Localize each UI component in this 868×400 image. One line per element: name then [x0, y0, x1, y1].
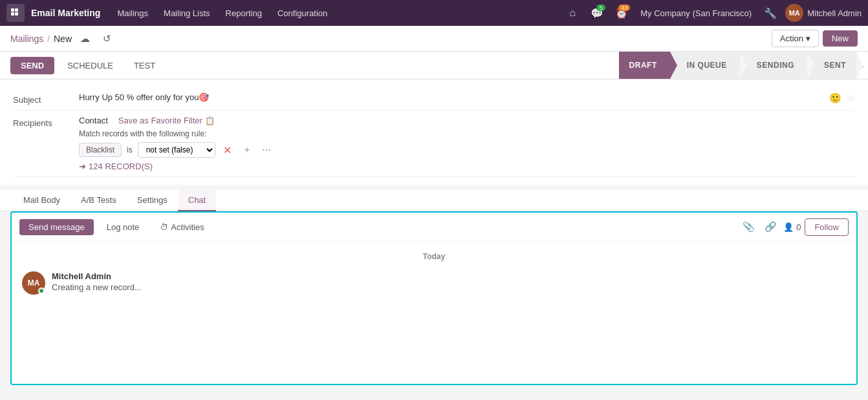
- link-icon[interactable]: 🔗: [761, 218, 779, 236]
- save-cloud-icon[interactable]: ☁: [76, 30, 94, 48]
- home-icon[interactable]: ⌂: [563, 3, 582, 23]
- nav-mailing-lists[interactable]: Mailing Lists: [157, 6, 217, 21]
- records-link[interactable]: ➜ 124 RECORD(S): [79, 162, 855, 171]
- nav-reporting[interactable]: Reporting: [219, 6, 268, 21]
- chat-badge: 5: [596, 5, 605, 11]
- online-status-dot: [38, 288, 45, 294]
- breadcrumb-bar: Mailings / New ☁ ↺ Action ▾ New: [0, 26, 868, 52]
- date-divider: Today: [22, 252, 846, 261]
- send-button[interactable]: SEND: [10, 57, 54, 74]
- tab-ab-tests[interactable]: A/B Tests: [71, 190, 127, 211]
- pipeline-step-sent[interactable]: SENT: [807, 52, 856, 79]
- attach-icon[interactable]: 📎: [739, 218, 757, 236]
- save-filter-button[interactable]: Save as Favorite Filter 📋: [118, 116, 215, 125]
- new-button[interactable]: New: [823, 30, 858, 47]
- tabs-row: Mail Body A/B Tests Settings Chat: [0, 190, 868, 211]
- user-avatar: MA: [785, 4, 803, 22]
- message-text: Creating a new record...: [52, 282, 846, 292]
- action-chevron-icon: ▾: [806, 34, 810, 43]
- pipeline-step-draft[interactable]: DRAFT: [619, 52, 670, 79]
- svg-rect-0: [11, 8, 14, 12]
- log-note-button[interactable]: Log note: [99, 219, 147, 235]
- follow-button[interactable]: Follow: [805, 218, 849, 236]
- emoji-icon[interactable]: 🙂: [829, 92, 841, 104]
- pipeline: DRAFT IN QUEUE SENDING SENT ›: [619, 52, 868, 79]
- chat-toolbar-icons: 📎 🔗 👤 0 Follow: [739, 218, 849, 236]
- pipeline-step-inqueue[interactable]: IN QUEUE: [670, 52, 740, 79]
- user-name: Mitchell Admin: [807, 8, 862, 18]
- records-count: 124 RECORD(S): [89, 162, 153, 171]
- pipeline-step-sending[interactable]: SENDING: [740, 52, 807, 79]
- svg-rect-3: [15, 12, 18, 16]
- settings-icon[interactable]: 🔧: [761, 3, 780, 23]
- subject-row: Subject Hurry Up 50 % offer only for you…: [13, 87, 855, 111]
- action-bar: SEND SCHEDULE TEST: [0, 52, 173, 79]
- message-content: Mitchell Admin Creating a new record...: [52, 271, 846, 295]
- breadcrumb-current: New: [54, 34, 72, 44]
- app-menu-icon[interactable]: [6, 4, 25, 22]
- schedule-button[interactable]: SCHEDULE: [60, 57, 121, 74]
- filter-more-icon[interactable]: ⋯: [259, 143, 274, 157]
- subject-value: Hurry Up 50 % offer only for you🎯: [79, 92, 209, 102]
- followers-count: 0: [796, 222, 801, 232]
- company-name: My Company (San Francisco): [640, 8, 752, 18]
- filter-field[interactable]: Blacklist: [79, 143, 122, 157]
- test-button[interactable]: TEST: [126, 57, 163, 74]
- filter-add-icon[interactable]: ＋: [240, 143, 254, 157]
- followers-button[interactable]: 👤 0: [783, 222, 801, 232]
- subject-label: Subject: [13, 92, 71, 105]
- send-message-button[interactable]: Send message: [19, 219, 94, 235]
- star-icon[interactable]: ☆: [847, 92, 855, 104]
- filter-operator: is: [127, 145, 133, 154]
- match-rule-text: Match records with the following rule:: [79, 129, 855, 138]
- filter-icon: 📋: [205, 116, 215, 125]
- clock-icon[interactable]: ⏰ 43: [612, 3, 631, 23]
- message-item: MA Mitchell Admin Creating a new record.…: [22, 271, 846, 295]
- svg-rect-1: [15, 8, 18, 12]
- breadcrumb-parent[interactable]: Mailings: [10, 34, 43, 44]
- svg-rect-2: [11, 12, 14, 16]
- chat-section: Send message Log note ⏱ Activities 📎 🔗 👤…: [10, 211, 858, 385]
- activities-button[interactable]: ⏱ Activities: [152, 219, 212, 235]
- filter-value-select[interactable]: not set (false): [138, 142, 215, 158]
- breadcrumb-separator: /: [47, 34, 50, 43]
- user-menu[interactable]: MA Mitchell Admin: [785, 4, 862, 22]
- filter-row: Blacklist is not set (false) ✕ ＋ ⋯: [79, 142, 855, 158]
- clock-badge: 43: [618, 5, 630, 11]
- tab-chat[interactable]: Chat: [178, 190, 216, 211]
- followers-icon: 👤: [783, 222, 794, 232]
- tab-mail-body[interactable]: Mail Body: [13, 190, 71, 211]
- recipients-row: Recipients Contact Save as Favorite Filt…: [13, 111, 855, 177]
- app-name: Email Marketing: [31, 8, 100, 18]
- nav-mailings[interactable]: Mailings: [111, 6, 155, 21]
- undo-icon[interactable]: ↺: [98, 30, 116, 48]
- activities-icon: ⏱: [160, 222, 168, 232]
- chat-icon[interactable]: 💬 5: [587, 3, 607, 23]
- chat-body: Today MA Mitchell Admin Creating a new r…: [12, 242, 856, 384]
- tab-settings[interactable]: Settings: [127, 190, 178, 211]
- recipients-label: Recipients: [13, 116, 71, 128]
- recipients-content: Contact Save as Favorite Filter 📋 Match …: [79, 116, 855, 171]
- form-content: Subject Hurry Up 50 % offer only for you…: [0, 79, 868, 185]
- action-button[interactable]: Action ▾: [772, 30, 819, 47]
- filter-remove-icon[interactable]: ✕: [221, 143, 235, 157]
- chat-toolbar: Send message Log note ⏱ Activities 📎 🔗 👤…: [12, 213, 856, 242]
- message-avatar: MA: [22, 271, 45, 295]
- nav-configuration[interactable]: Configuration: [271, 6, 334, 21]
- top-navigation: Email Marketing Mailings Mailing Lists R…: [0, 0, 868, 26]
- recipients-value: Contact: [79, 116, 108, 125]
- message-author: Mitchell Admin: [52, 271, 846, 281]
